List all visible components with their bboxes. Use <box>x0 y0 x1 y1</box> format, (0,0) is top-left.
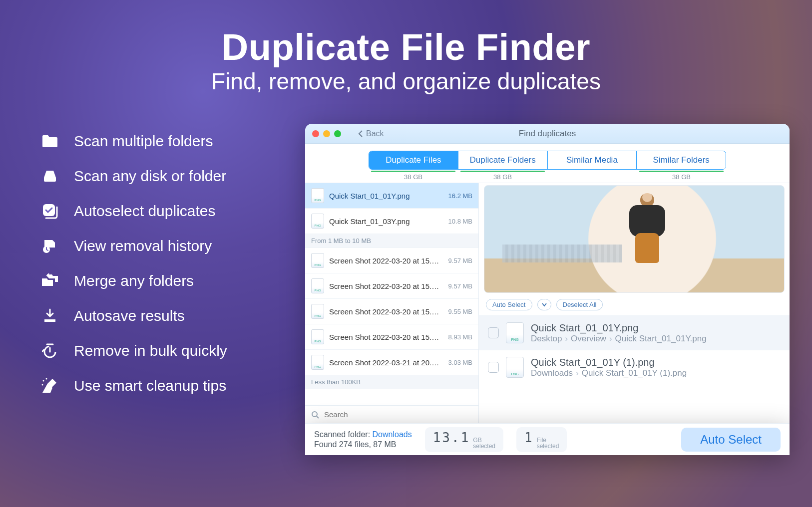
file-name: Quick Start_01_01Y.png <box>329 192 443 200</box>
history-icon <box>40 239 60 254</box>
disk-icon <box>40 169 60 184</box>
list-item[interactable]: Screen Shot 2022-03-20 at 15.… 9.57 MB <box>305 273 478 299</box>
scanned-folder-link[interactable]: Downloads <box>373 430 412 439</box>
stat-count-value: 1 <box>524 430 534 445</box>
list-item[interactable]: Quick Start_01_01Y.png 16.2 MB <box>305 183 478 209</box>
file-size: 3.03 MB <box>448 359 472 366</box>
feature-label: Remove in bulk quickly <box>74 342 227 359</box>
broom-icon <box>40 378 60 394</box>
feature-item: Autosave results <box>40 298 300 333</box>
duplicate-name: Quick Start_01_01Y (1).png <box>531 356 687 368</box>
checkbox[interactable] <box>488 327 499 338</box>
duplicate-item[interactable]: Quick Start_01_01Y.png Desktop›Overview›… <box>479 315 790 350</box>
stat-size-value: 13.1 <box>433 430 470 445</box>
file-icon <box>311 278 324 293</box>
file-name: Screen Shot 2022-03-21 at 20.… <box>329 358 443 367</box>
file-icon <box>311 188 324 203</box>
folder-icon <box>40 134 60 148</box>
file-name: Screen Shot 2022-03-20 at 15.… <box>329 333 443 341</box>
list-item[interactable]: Screen Shot 2022-03-20 at 15.… 9.55 MB <box>305 299 478 324</box>
svg-point-6 <box>42 384 43 386</box>
stat-size: 13.1 GBselected <box>425 427 503 452</box>
tab-duplicate-folders[interactable]: Duplicate Folders <box>458 151 548 169</box>
feature-item: View removal history <box>40 229 300 263</box>
file-icon <box>311 214 324 229</box>
tabs-container: Duplicate Files Duplicate Folders Simila… <box>305 144 790 183</box>
tab-size: 38 GB <box>369 173 458 181</box>
window-title: Find duplicates <box>519 129 576 139</box>
list-item[interactable]: Quick Start_01_03Y.png 10.8 MB <box>305 209 478 234</box>
tab-duplicate-files[interactable]: Duplicate Files <box>369 151 458 169</box>
file-size: 9.55 MB <box>448 308 472 315</box>
file-size: 10.8 MB <box>448 218 472 225</box>
tabs-sizes: 38 GB 38 GB 38 GB <box>369 171 726 181</box>
file-icon <box>311 304 324 319</box>
file-name: Screen Shot 2022-03-20 at 15.… <box>329 282 443 290</box>
svg-point-7 <box>312 412 317 417</box>
search-input[interactable] <box>323 410 472 419</box>
file-size: 16.2 MB <box>448 192 472 200</box>
deselect-all-button[interactable]: Deselect All <box>556 299 603 310</box>
feature-item: Autoselect duplicates <box>40 194 300 229</box>
file-icon <box>311 253 324 268</box>
merge-icon <box>40 273 60 288</box>
feature-label: Merge any folders <box>74 272 194 289</box>
file-icon <box>311 355 324 370</box>
back-button[interactable]: Back <box>358 129 384 138</box>
tab-similar-media[interactable]: Similar Media <box>548 151 637 169</box>
svg-point-5 <box>46 378 47 380</box>
stat-count: 1 Fileselected <box>516 427 567 452</box>
hero-subtitle: Find, remove, and organize duplicates <box>0 68 812 95</box>
feature-label: Scan any disk or folder <box>74 168 226 185</box>
selection-controls: Auto Select Deselect All <box>479 294 790 315</box>
duplicate-item[interactable]: Quick Start_01_01Y (1).png Downloads›Qui… <box>479 350 790 384</box>
app-window: Back Find duplicates Duplicate Files Dup… <box>305 124 790 423</box>
feature-label: Autoselect duplicates <box>74 203 216 220</box>
titlebar: Back Find duplicates <box>305 124 790 144</box>
file-name: Screen Shot 2022-03-20 at 15.… <box>329 256 443 265</box>
feature-item: Merge any folders <box>40 263 300 298</box>
file-name: Screen Shot 2022-03-20 at 15.… <box>329 307 443 316</box>
search-row <box>305 405 478 423</box>
maximize-icon[interactable] <box>334 130 341 137</box>
hero-title: Duplicate File Finder <box>0 26 812 68</box>
list-item[interactable]: Screen Shot 2022-03-21 at 20.… 3.03 MB <box>305 350 478 375</box>
download-icon <box>40 308 60 323</box>
timer-icon <box>40 343 60 359</box>
auto-select-button[interactable]: Auto Select <box>486 299 532 310</box>
tab-size: 38 GB <box>458 173 547 181</box>
file-name: Quick Start_01_03Y.png <box>329 217 443 226</box>
file-size: 8.93 MB <box>448 333 472 341</box>
file-icon <box>311 329 324 344</box>
auto-select-menu[interactable] <box>537 299 551 310</box>
feature-item: Use smart cleanup tips <box>40 368 300 403</box>
group-header: From 1 MB to 10 MB <box>305 234 478 248</box>
tab-similar-folders[interactable]: Similar Folders <box>637 151 726 169</box>
file-size: 9.57 MB <box>448 282 472 290</box>
tabs: Duplicate Files Duplicate Folders Simila… <box>369 151 726 170</box>
list-item[interactable]: Screen Shot 2022-03-20 at 15.… 8.93 MB <box>305 324 478 350</box>
file-list[interactable]: Quick Start_01_01Y.png 16.2 MB Quick Sta… <box>305 183 479 423</box>
checkbox[interactable] <box>488 362 499 373</box>
svg-point-4 <box>43 380 44 382</box>
duplicate-path: Downloads›Quick Start_01_01Y (1).png <box>531 368 687 378</box>
close-icon[interactable] <box>312 130 319 137</box>
feature-list: Scan multiple folders Scan any disk or f… <box>40 124 300 403</box>
chevron-left-icon <box>358 130 363 138</box>
check-icon <box>40 203 60 219</box>
feature-label: Autosave results <box>74 307 185 324</box>
feature-item: Scan any disk or folder <box>40 159 300 194</box>
auto-select-footer-button[interactable]: Auto Select <box>681 428 781 452</box>
minimize-icon[interactable] <box>323 130 330 137</box>
feature-item: Scan multiple folders <box>40 124 300 159</box>
found-label: Found 274 files, 87 MB <box>314 440 397 449</box>
feature-label: Scan multiple folders <box>74 133 213 150</box>
preview-image <box>484 185 785 293</box>
group-header: Less than 100KB <box>305 375 478 389</box>
feature-label: Use smart cleanup tips <box>74 377 226 394</box>
auto-select-label: Auto Select <box>492 301 526 308</box>
duplicate-path: Desktop›Overview›Quick Start_01_01Y.png <box>531 334 707 344</box>
tab-size: 38 GB <box>637 173 726 181</box>
list-item[interactable]: Screen Shot 2022-03-20 at 15.… 9.57 MB <box>305 248 478 273</box>
duplicate-name: Quick Start_01_01Y.png <box>531 322 707 334</box>
